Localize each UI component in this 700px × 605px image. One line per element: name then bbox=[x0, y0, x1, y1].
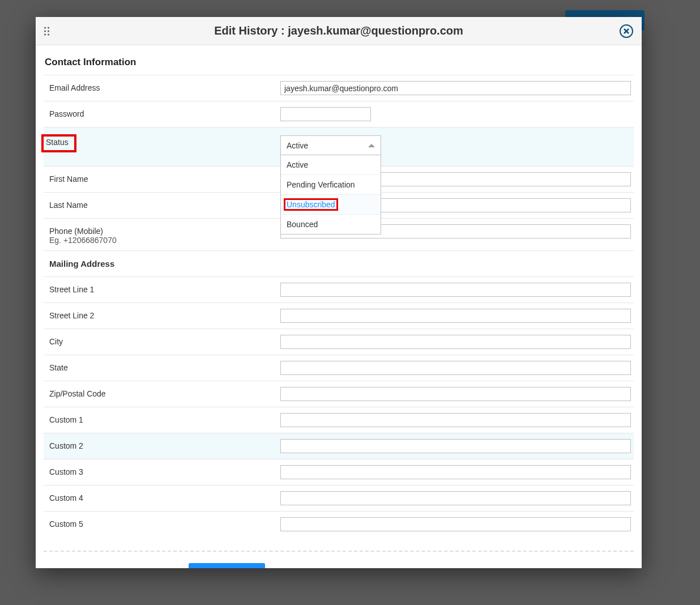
state-label: State bbox=[49, 361, 280, 372]
email-input[interactable] bbox=[280, 81, 631, 95]
custom1-row: Custom 1 bbox=[44, 407, 634, 433]
zip-row: Zip/Postal Code bbox=[44, 381, 634, 407]
contact-info-title: Contact Information bbox=[44, 57, 634, 68]
password-row: Password bbox=[44, 101, 634, 127]
mailing-address-title: Mailing Address bbox=[44, 251, 634, 277]
custom3-row: Custom 3 bbox=[44, 459, 634, 485]
status-option-bounced[interactable]: Bounced bbox=[281, 215, 381, 234]
state-row: State bbox=[44, 355, 634, 381]
custom4-label: Custom 4 bbox=[49, 491, 280, 502]
state-input[interactable] bbox=[280, 361, 631, 375]
modal-body: Contact Information Email Address Passwo… bbox=[36, 45, 642, 568]
status-dropdown[interactable]: Active Active Pending Verfication Unsubs… bbox=[280, 135, 381, 155]
email-row: Email Address bbox=[44, 75, 634, 101]
status-select-display[interactable]: Active bbox=[280, 135, 381, 155]
first-name-label: First Name bbox=[49, 172, 280, 184]
modal-footer: Update Contact bbox=[44, 551, 634, 568]
modal-title: Edit History : jayesh.kumar@questionpro.… bbox=[214, 24, 463, 37]
custom5-label: Custom 5 bbox=[49, 517, 280, 529]
password-label: Password bbox=[49, 107, 280, 118]
modal-header: Edit History : jayesh.kumar@questionpro.… bbox=[36, 17, 642, 45]
custom3-label: Custom 3 bbox=[49, 465, 280, 476]
drag-handle-icon[interactable] bbox=[44, 27, 49, 35]
custom4-input[interactable] bbox=[280, 491, 631, 505]
custom2-input[interactable] bbox=[280, 439, 631, 453]
status-dropdown-menu: Active Pending Verfication Unsubscribed … bbox=[280, 155, 381, 235]
close-icon bbox=[624, 28, 629, 34]
custom1-input[interactable] bbox=[280, 413, 631, 427]
status-label: Status bbox=[41, 134, 76, 152]
street2-row: Street Line 2 bbox=[44, 303, 634, 329]
zip-input[interactable] bbox=[280, 387, 631, 401]
street1-label: Street Line 1 bbox=[49, 283, 280, 294]
email-label: Email Address bbox=[49, 81, 280, 92]
custom4-row: Custom 4 bbox=[44, 485, 634, 512]
custom5-row: Custom 5 bbox=[44, 512, 634, 537]
custom5-input[interactable] bbox=[280, 517, 631, 531]
custom1-label: Custom 1 bbox=[49, 413, 280, 424]
custom2-label: Custom 2 bbox=[49, 439, 280, 450]
close-button[interactable] bbox=[620, 24, 633, 38]
edit-history-modal: Edit History : jayesh.kumar@questionpro.… bbox=[36, 17, 642, 568]
street2-input[interactable] bbox=[280, 309, 631, 323]
city-label: City bbox=[49, 335, 280, 346]
street1-row: Street Line 1 bbox=[44, 277, 634, 303]
street1-input[interactable] bbox=[280, 283, 631, 297]
status-selected-value: Active bbox=[287, 141, 308, 150]
custom3-input[interactable] bbox=[280, 465, 631, 479]
city-row: City bbox=[44, 329, 634, 355]
chevron-up-icon bbox=[368, 144, 375, 147]
street2-label: Street Line 2 bbox=[49, 309, 280, 320]
status-option-pending[interactable]: Pending Verfication bbox=[281, 175, 381, 195]
zip-label: Zip/Postal Code bbox=[49, 387, 280, 398]
status-row: Status Active Active Pending Verfication… bbox=[44, 127, 634, 167]
password-input[interactable] bbox=[280, 107, 371, 121]
phone-label: Phone (Mobile) bbox=[49, 227, 280, 236]
update-contact-button[interactable]: Update Contact bbox=[189, 563, 265, 568]
last-name-label: Last Name bbox=[49, 198, 280, 210]
form-section: Email Address Password Status bbox=[44, 75, 634, 537]
custom2-row: Custom 2 bbox=[44, 433, 634, 459]
city-input[interactable] bbox=[280, 335, 631, 349]
status-option-active[interactable]: Active bbox=[281, 155, 381, 175]
status-option-unsubscribed[interactable]: Unsubscribed bbox=[281, 195, 381, 215]
phone-example: Eg. +12066867070 bbox=[49, 236, 280, 245]
